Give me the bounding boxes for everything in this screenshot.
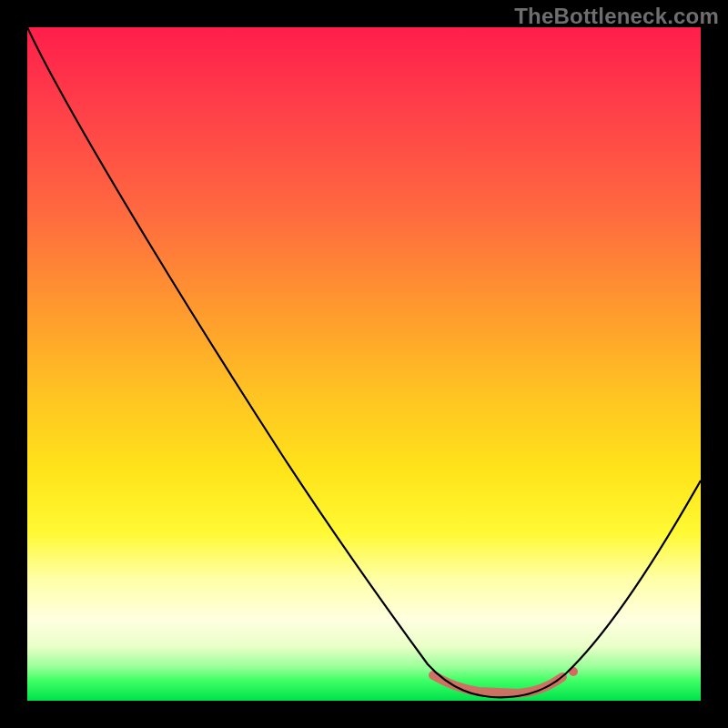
watermark-text: TheBottleneck.com: [514, 4, 719, 29]
chart-container: TheBottleneck.com: [0, 0, 728, 728]
plot-area: [27, 27, 701, 701]
bottleneck-curve: [27, 27, 701, 701]
main-curve-line: [27, 27, 701, 697]
